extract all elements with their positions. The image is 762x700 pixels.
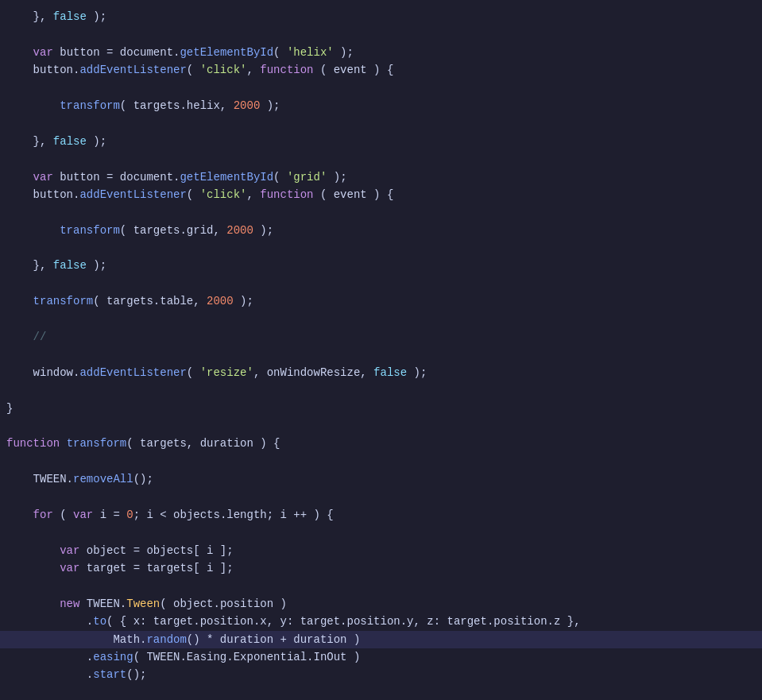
code-line: }: [0, 400, 762, 417]
token-plain: button.: [33, 188, 80, 201]
token-plain: (: [187, 64, 200, 76]
token-plain: ( targets, duration ) {: [126, 437, 280, 450]
token-plain: );: [87, 10, 106, 23]
line-content: [0, 239, 762, 257]
token-kw: new: [60, 598, 79, 610]
code-line: //: [0, 328, 762, 346]
line-content: [0, 114, 762, 132]
line-content: var button = document.getElementById( 'g…: [0, 168, 762, 186]
line-content: [0, 79, 762, 97]
token-plain: );: [87, 259, 106, 272]
token-num: 2000: [234, 99, 261, 112]
line-content: //: [0, 328, 762, 346]
line-content: window.addEventListener( 'resize', onWin…: [0, 364, 762, 381]
code-line: [0, 524, 762, 541]
token-plain: );: [407, 366, 427, 379]
token-plain: target = targets[ i ];: [79, 562, 233, 574]
code-line: [0, 79, 762, 97]
code-line: transform( targets.grid, 2000 );: [0, 222, 762, 239]
code-line: }, false );: [0, 257, 762, 274]
line-content: [0, 417, 762, 435]
token-plain: button = document.: [53, 46, 180, 59]
token-fn: addEventListener: [79, 188, 186, 201]
line-content: button.addEventListener( 'click', functi…: [0, 186, 762, 203]
token-kw: var: [60, 562, 79, 574]
code-line: function transform( targets, duration ) …: [0, 435, 762, 452]
token-kw: function: [260, 64, 313, 76]
token-plain: ; i < objects.length; i ++ ) {: [133, 509, 334, 521]
line-content: TWEEN.removeAll();: [0, 470, 762, 488]
token-str: 'grid': [287, 171, 327, 184]
token-fn: easing: [93, 651, 133, 663]
token-plain: i =: [93, 509, 126, 521]
code-line: var object = objects[ i ];: [0, 542, 762, 559]
token-plain: object = objects[ i ];: [79, 544, 233, 557]
token-plain: ,: [246, 64, 260, 76]
token-plain: ( TWEEN.Easing.Exponential.InOut ): [133, 651, 361, 663]
code-line: }, false );: [0, 8, 762, 25]
code-line: new TWEEN.Tween( object.position ): [0, 595, 762, 613]
token-str: 'resize': [200, 366, 253, 379]
code-line: [0, 346, 762, 363]
token-plain: Math.: [113, 633, 146, 646]
line-content: }: [0, 400, 762, 417]
code-line: [0, 150, 762, 168]
token-plain: .: [87, 651, 93, 663]
token-plain: , onWindowResize,: [253, 366, 373, 379]
line-content: new TWEEN.Tween( object.position ): [0, 595, 762, 613]
token-plain: );: [234, 295, 253, 307]
token-plain: (: [187, 188, 200, 201]
token-plain: button.: [33, 64, 80, 76]
token-plain: ( object.position ): [160, 598, 287, 610]
line-content: }, false );: [0, 257, 762, 274]
line-content: var object = objects[ i ];: [0, 542, 762, 559]
code-line: [0, 275, 762, 292]
token-plain: ();: [126, 668, 146, 681]
line-content: [0, 453, 762, 470]
token-fn: getElementById: [180, 171, 273, 184]
token-fn: addEventListener: [79, 366, 186, 379]
line-content: [0, 275, 762, 292]
token-kw: var: [33, 171, 53, 184]
token-fn: start: [93, 668, 126, 681]
token-fn: removeAll: [73, 473, 133, 485]
code-editor: }, false ); var button = document.getEle…: [0, 0, 762, 700]
line-content: .easing( TWEEN.Easing.Exponential.InOut …: [0, 648, 762, 666]
token-plain: ( event ) {: [314, 64, 394, 76]
token-comment: //: [33, 331, 47, 343]
token-plain: },: [33, 259, 53, 272]
token-plain: window.: [33, 366, 80, 379]
line-content: var button = document.getElementById( 'h…: [0, 44, 762, 61]
line-content: function transform( targets, duration ) …: [0, 435, 762, 452]
code-line: Math.random() * duration + duration ): [0, 631, 762, 648]
token-plain: );: [260, 99, 280, 112]
line-content: transform( targets.helix, 2000 );: [0, 97, 762, 114]
token-plain: .: [87, 615, 93, 628]
code-line: [0, 489, 762, 506]
token-kw: var: [33, 46, 53, 59]
line-content: [0, 311, 762, 328]
token-num: 2000: [226, 224, 253, 237]
code-line: button.addEventListener( 'click', functi…: [0, 61, 762, 79]
token-plain: (: [273, 171, 287, 184]
token-str: 'click': [200, 64, 247, 76]
line-content: [0, 381, 762, 399]
token-kw: var: [73, 509, 93, 521]
token-num: 0: [126, 509, 133, 521]
token-fn: transform: [33, 295, 94, 307]
code-line: transform( targets.helix, 2000 );: [0, 97, 762, 114]
token-plain: ( { x: target.position.x, y: target.posi…: [106, 615, 581, 628]
token-plain: ( event ) {: [314, 188, 394, 201]
line-content: .start();: [0, 666, 762, 683]
code-line: [0, 578, 762, 595]
code-line: transform( targets.table, 2000 );: [0, 292, 762, 310]
token-fn: addEventListener: [79, 64, 186, 76]
line-content: transform( targets.table, 2000 );: [0, 292, 762, 310]
line-content: var target = targets[ i ];: [0, 559, 762, 577]
token-plain: }: [6, 402, 13, 415]
token-plain: .: [87, 668, 93, 681]
token-plain: ( targets.grid,: [120, 224, 226, 237]
token-plain: );: [87, 135, 106, 148]
line-content: [0, 25, 762, 43]
token-fn: getElementById: [180, 46, 273, 59]
